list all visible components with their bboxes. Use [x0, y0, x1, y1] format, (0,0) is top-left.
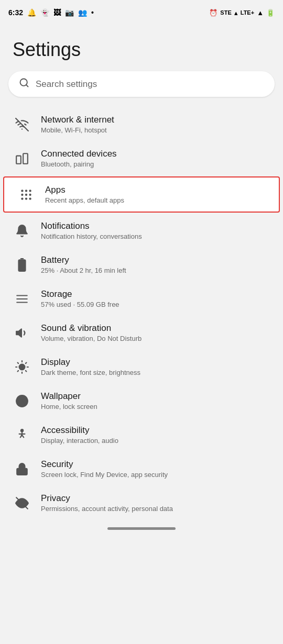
svg-point-7: [21, 193, 23, 195]
accessibility-title: Accessibility: [41, 425, 273, 436]
svg-marker-19: [16, 329, 21, 337]
settings-item-connected[interactable]: Connected devices Bluetooth, pairing: [0, 141, 283, 175]
svg-point-6: [29, 190, 31, 192]
wallpaper-text: Wallpaper Home, lock screen: [41, 391, 273, 410]
storage-subtitle: 57% used · 55.09 GB free: [41, 301, 273, 308]
svg-rect-31: [17, 468, 27, 474]
svg-line-28: [26, 362, 27, 363]
status-right: ⏰ STE ▴ LTE+ ▲ 🔋: [209, 9, 275, 17]
image-icon: 🖼: [53, 8, 61, 17]
network-icon: STE: [220, 9, 231, 16]
notifications-icon: [10, 224, 34, 238]
bottom-bar: [0, 522, 283, 537]
svg-line-27: [18, 370, 19, 371]
search-container: Search settings: [0, 71, 283, 105]
settings-item-accessibility[interactable]: Accessibility Display, interaction, audi…: [0, 418, 283, 452]
page-title: Settings: [0, 23, 283, 71]
status-time: 6:32: [8, 8, 23, 17]
privacy-text: Privacy Permissions, account activity, p…: [41, 493, 273, 513]
privacy-title: Privacy: [41, 493, 273, 504]
svg-line-24: [26, 370, 27, 371]
battery-icon: 🔋: [266, 9, 275, 17]
settings-item-display[interactable]: Display Dark theme, font size, brightnes…: [0, 350, 283, 384]
display-icon: [10, 360, 34, 374]
svg-point-10: [21, 197, 23, 199]
display-text: Display Dark theme, font size, brightnes…: [41, 357, 273, 376]
status-left: 6:32 🔔 👻 🖼 📷 👥 •: [8, 8, 94, 17]
apps-icon: [15, 188, 38, 202]
wallpaper-subtitle: Home, lock screen: [41, 403, 273, 410]
security-subtitle: Screen lock, Find My Device, app securit…: [41, 471, 273, 479]
apps-subtitle: Recent apps, default apps: [45, 196, 268, 204]
settings-item-storage[interactable]: Storage 57% used · 55.09 GB free: [0, 282, 283, 316]
battery-text: Battery 25% · About 2 hr, 16 min left: [41, 255, 273, 274]
privacy-icon: [10, 496, 34, 510]
svg-point-11: [25, 197, 27, 199]
battery-subtitle: 25% · About 2 hr, 16 min left: [41, 267, 273, 274]
storage-text: Storage 57% used · 55.09 GB free: [41, 289, 273, 308]
search-input-placeholder: Search settings: [36, 79, 97, 90]
sound-icon: [10, 326, 34, 340]
settings-item-security[interactable]: Security Screen lock, Find My Device, ap…: [0, 452, 283, 486]
settings-item-battery[interactable]: Battery 25% · About 2 hr, 16 min left: [0, 248, 283, 282]
settings-item-apps[interactable]: Apps Recent apps, default apps: [3, 176, 280, 213]
security-icon: [10, 462, 34, 476]
apps-text: Apps Recent apps, default apps: [45, 185, 268, 204]
settings-item-privacy[interactable]: Privacy Permissions, account activity, p…: [0, 486, 283, 520]
svg-point-20: [19, 364, 25, 370]
display-title: Display: [41, 357, 273, 368]
svg-point-4: [21, 190, 23, 192]
network-subtitle: Mobile, Wi-Fi, hotspot: [41, 126, 273, 134]
wifi-icon: ▴: [234, 9, 238, 17]
svg-rect-15: [20, 263, 25, 268]
settings-item-notifications[interactable]: Notifications Notification history, conv…: [0, 214, 283, 248]
sound-subtitle: Volume, vibration, Do Not Disturb: [41, 335, 273, 342]
battery-title: Battery: [41, 255, 273, 265]
svg-point-8: [25, 193, 27, 195]
battery-settings-icon: [10, 258, 34, 272]
network-icon: [10, 118, 34, 131]
lte-icon: LTE+: [241, 9, 254, 16]
connected-title: Connected devices: [41, 149, 273, 159]
wallpaper-icon: [10, 394, 34, 408]
status-bar: 6:32 🔔 👻 🖼 📷 👥 • ⏰ STE ▴ LTE+ ▲ 🔋: [0, 0, 283, 23]
privacy-subtitle: Permissions, account activity, personal …: [41, 505, 273, 513]
svg-point-5: [25, 190, 27, 192]
bell-icon: 🔔: [27, 8, 36, 17]
sound-text: Sound & vibration Volume, vibration, Do …: [41, 323, 273, 342]
security-title: Security: [41, 459, 273, 470]
ghost-icon: 👻: [40, 8, 49, 17]
video-icon: 📷: [65, 8, 74, 17]
connected-text: Connected devices Bluetooth, pairing: [41, 149, 273, 168]
storage-title: Storage: [41, 289, 273, 299]
svg-line-23: [18, 362, 19, 363]
sound-title: Sound & vibration: [41, 323, 273, 334]
notifications-subtitle: Notification history, conversations: [41, 232, 273, 240]
security-text: Security Screen lock, Find My Device, ap…: [41, 459, 273, 479]
svg-point-12: [29, 197, 31, 199]
accessibility-text: Accessibility Display, interaction, audi…: [41, 425, 273, 445]
settings-list: Network & internet Mobile, Wi-Fi, hotspo…: [0, 105, 283, 522]
accessibility-subtitle: Display, interaction, audio: [41, 437, 273, 445]
connected-subtitle: Bluetooth, pairing: [41, 160, 273, 168]
settings-item-wallpaper[interactable]: Wallpaper Home, lock screen: [0, 384, 283, 418]
notifications-text: Notifications Notification history, conv…: [41, 221, 273, 240]
search-bar[interactable]: Search settings: [8, 71, 275, 97]
settings-item-network[interactable]: Network & internet Mobile, Wi-Fi, hotspo…: [0, 107, 283, 141]
network-title: Network & internet: [41, 115, 273, 125]
notifications-title: Notifications: [41, 221, 273, 231]
accessibility-icon: [10, 428, 34, 442]
wallpaper-title: Wallpaper: [41, 391, 273, 402]
svg-line-1: [26, 85, 28, 87]
storage-icon: [10, 292, 34, 306]
dot-icon: •: [91, 8, 94, 17]
group-icon: 👥: [78, 8, 87, 17]
alarm-icon: ⏰: [209, 9, 217, 17]
svg-rect-3: [23, 153, 28, 164]
search-icon: [19, 77, 29, 91]
network-text: Network & internet Mobile, Wi-Fi, hotspo…: [41, 115, 273, 134]
svg-rect-2: [16, 156, 21, 163]
settings-item-sound[interactable]: Sound & vibration Volume, vibration, Do …: [0, 316, 283, 350]
display-subtitle: Dark theme, font size, brightness: [41, 369, 273, 376]
connected-icon: [10, 152, 34, 165]
